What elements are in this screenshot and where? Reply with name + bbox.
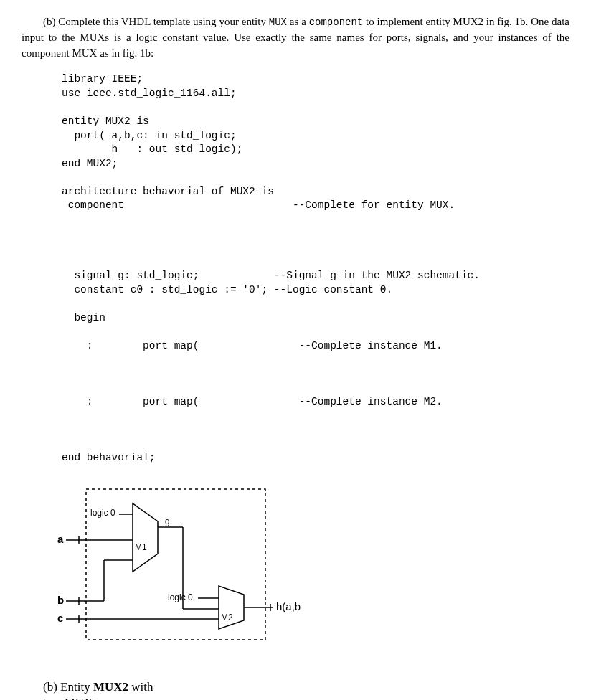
mux-m2-label: M2 [221, 612, 233, 623]
port-b-label: b [57, 594, 64, 606]
code-line: architecture behavorial of MUX2 is [62, 186, 274, 197]
caption-part: (b) [43, 680, 57, 694]
caption-text2: with [128, 680, 153, 694]
port-c-label: c [57, 612, 63, 624]
mux-m1-label: M1 [135, 542, 147, 552]
code-line: port( a,b,c: in std_logic; [62, 130, 237, 141]
figure-caption: (b) Entity MUX2 with two MUXs [43, 679, 569, 700]
code-line: constant c0 : std_logic := '0'; --Logic … [62, 284, 392, 295]
mux-keyword: MUX [269, 16, 287, 28]
vhdl-code-block: library IEEE; use ieee.std_logic_1164.al… [62, 72, 569, 465]
caption-text3: two MUXs [43, 696, 98, 700]
code-line: component --Complete for entity MUX. [62, 199, 455, 211]
code-line: library IEEE; [62, 73, 143, 85]
logic0-m2-label: logic 0 [168, 592, 193, 602]
component-keyword: component [309, 16, 364, 28]
code-line: entity MUX2 is [62, 115, 149, 127]
code-line: h : out std_logic); [62, 143, 242, 155]
output-h-label: h(a,b,c) [276, 600, 301, 612]
mux-m1-shape [133, 503, 158, 572]
caption-text1: Entity [60, 680, 93, 694]
mux-m2-shape [219, 586, 244, 629]
code-line: end behavorial; [62, 452, 156, 463]
code-line: : port map( --Complete instance M2. [62, 396, 443, 407]
code-line: signal g: std_logic; --Signal g in the M… [62, 270, 480, 281]
problem-statement: (b) Complete this VHDL template using yo… [22, 14, 569, 61]
signal-g-label: g [165, 516, 170, 526]
caption-bold: MUX2 [93, 680, 128, 694]
schematic-diagram: a b c logic 0 M1 g logic 0 M2 h(a,b,c) [57, 486, 294, 672]
logic0-m1-label: logic 0 [90, 508, 115, 518]
code-line: begin [62, 312, 105, 323]
port-a-label: a [57, 533, 64, 545]
part-label: (b) [43, 16, 56, 27]
problem-text-2: as a [287, 16, 309, 27]
problem-text-1: Complete this VHDL template using your e… [58, 16, 268, 27]
code-line: : port map( --Complete instance M1. [62, 340, 443, 351]
code-line: use ieee.std_logic_1164.all; [62, 88, 237, 99]
code-line: end MUX2; [62, 158, 118, 169]
